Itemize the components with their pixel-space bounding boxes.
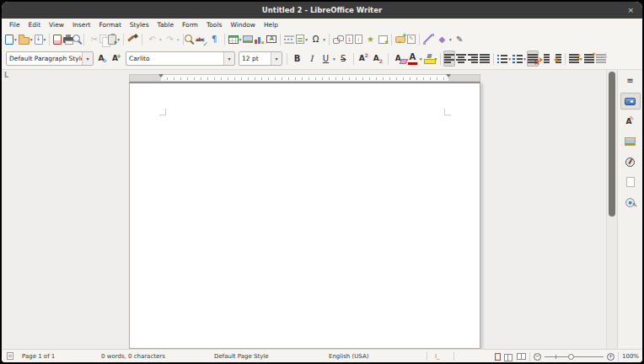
menu-format[interactable]: Format	[94, 19, 125, 30]
open-button[interactable]: ▾	[18, 31, 34, 47]
unordered-list-button[interactable]: ▾	[496, 51, 512, 67]
menu-window[interactable]: Window	[226, 19, 260, 30]
paste-button[interactable]: ▾	[107, 31, 121, 47]
zoom-out-button[interactable]: −	[534, 353, 541, 361]
document-save-status-icon[interactable]	[7, 352, 13, 360]
insert-bookmark-button[interactable]: ★	[363, 31, 378, 47]
title-bar[interactable]: Untitled 2 - LibreOffice Writer ×	[2, 2, 642, 19]
vertical-scrollbar[interactable]	[606, 70, 617, 349]
sidebar-properties[interactable]	[620, 93, 641, 110]
left-indent-marker[interactable]	[158, 74, 164, 78]
insert-footnote-button[interactable]: 1	[345, 31, 354, 47]
no-list-button[interactable]	[527, 51, 539, 67]
insert-special-character-dropdown-icon[interactable]: ▾	[323, 37, 325, 42]
show-draw-functions-button[interactable]: ✎	[453, 31, 467, 47]
font-name-dropdown-icon[interactable]: ▾	[223, 52, 234, 65]
subscript-button[interactable]: A2	[371, 51, 385, 67]
insert-comment-button[interactable]	[394, 31, 406, 47]
sidebar-styles[interactable]: A✎	[620, 113, 641, 130]
sidebar-page[interactable]	[620, 174, 641, 190]
line-spacing-button[interactable]: ▾	[568, 51, 583, 67]
ordered-list-button[interactable]: ▾	[512, 51, 527, 67]
insert-text-box-button[interactable]: A	[266, 31, 277, 47]
unordered-list-dropdown-icon[interactable]: ▾	[508, 56, 511, 62]
insert-field-button[interactable]: ▾	[295, 31, 309, 47]
document-page[interactable]	[129, 82, 480, 349]
menu-styles[interactable]: Styles	[126, 19, 153, 30]
increase-paragraph-spacing-button[interactable]	[583, 51, 595, 67]
clone-formatting-button[interactable]	[126, 31, 139, 47]
single-page-view-icon[interactable]	[495, 353, 501, 361]
strikethrough-button[interactable]: S	[336, 51, 351, 67]
paste-dropdown-icon[interactable]: ▾	[117, 37, 120, 42]
font-color-dropdown-icon[interactable]: ▾	[420, 56, 422, 62]
page-style-status[interactable]: Default Page Style	[214, 353, 269, 360]
increase-indent-button[interactable]	[539, 51, 550, 67]
save-button[interactable]: ▾	[34, 31, 47, 47]
book-view-icon[interactable]	[517, 353, 526, 360]
italic-button[interactable]: I	[304, 51, 319, 67]
open-dropdown-icon[interactable]: ▾	[30, 37, 33, 42]
decrease-indent-button[interactable]	[550, 51, 562, 67]
print-preview-button[interactable]	[74, 31, 81, 47]
export-pdf-button[interactable]	[52, 31, 62, 47]
font-size-dropdown-icon[interactable]: ▾	[271, 52, 282, 65]
insert-table-dropdown-icon[interactable]: ▾	[239, 37, 242, 42]
sidebar-menu[interactable]: ≡	[620, 72, 641, 89]
superscript-button[interactable]: A2	[357, 51, 371, 67]
tab-stop-selector[interactable]: L	[4, 72, 8, 79]
insert-line-button[interactable]	[422, 31, 435, 47]
formatting-marks-button[interactable]: ¶	[207, 31, 222, 47]
menu-view[interactable]: View	[45, 19, 68, 30]
zoom-in-button[interactable]: +	[607, 353, 614, 361]
insert-table-button[interactable]: ▾	[228, 31, 243, 47]
font-name-combobox[interactable]: Carlito▾	[126, 51, 235, 66]
insert-cross-reference-button[interactable]	[378, 31, 389, 47]
menu-insert[interactable]: Insert	[68, 19, 95, 30]
clear-formatting-button[interactable]: A	[391, 51, 405, 67]
word-count-status[interactable]: 0 words, 0 characters	[101, 353, 165, 360]
underline-button[interactable]: U▾	[319, 51, 336, 67]
new-style-button[interactable]: A+	[110, 51, 124, 67]
zoom-level-status[interactable]: 100%	[622, 353, 639, 360]
find-and-replace-button[interactable]	[186, 31, 193, 47]
menu-file[interactable]: File	[5, 19, 24, 30]
close-window-button[interactable]: ×	[627, 2, 634, 19]
spelling-button[interactable]: abc	[193, 31, 207, 47]
paragraph-style-dropdown-icon[interactable]: ▾	[82, 52, 93, 65]
insert-hyperlink-button[interactable]	[332, 31, 345, 47]
insert-field-dropdown-icon[interactable]: ▾	[305, 37, 308, 42]
menu-tools[interactable]: Tools	[202, 19, 226, 30]
align-left-button[interactable]	[443, 51, 455, 67]
page-number-status[interactable]: Page 1 of 1	[22, 353, 55, 360]
save-dropdown-icon[interactable]: ▾	[44, 37, 46, 42]
selection-mode-icon[interactable]: I_	[435, 353, 440, 360]
paragraph-style-combobox[interactable]: Default Paragraph Style▾	[6, 51, 94, 66]
insert-image-button[interactable]	[242, 31, 254, 47]
underline-dropdown-icon[interactable]: ▾	[333, 56, 335, 62]
basic-shapes-dropdown-icon[interactable]: ▾	[449, 37, 452, 42]
menu-form[interactable]: Form	[178, 19, 202, 30]
new-document-button[interactable]: ▾	[4, 31, 18, 47]
insert-endnote-button[interactable]: i	[354, 31, 363, 47]
align-center-button[interactable]	[455, 51, 467, 67]
menu-table[interactable]: Table	[153, 19, 178, 30]
undo-dropdown-icon[interactable]: ▾	[159, 37, 162, 42]
insert-page-break-button[interactable]	[283, 31, 295, 47]
redo-dropdown-icon[interactable]: ▾	[177, 37, 180, 42]
right-indent-marker[interactable]	[446, 74, 451, 78]
multiple-page-view-icon[interactable]	[504, 353, 513, 361]
zoom-slider[interactable]	[545, 353, 604, 361]
insert-special-character-button[interactable]: Ω▾	[309, 31, 326, 47]
align-justify-button[interactable]	[479, 51, 491, 67]
track-changes-button[interactable]: ✎	[406, 31, 416, 47]
update-style-button[interactable]: A↻	[95, 51, 110, 67]
sidebar-gallery[interactable]	[620, 133, 641, 150]
new-document-dropdown-icon[interactable]: ▾	[14, 37, 17, 42]
bold-button[interactable]: B	[290, 51, 304, 67]
font-size-combobox[interactable]: 12 pt▾	[239, 51, 282, 66]
menu-edit[interactable]: Edit	[24, 19, 46, 30]
font-color-button[interactable]: A▾	[405, 51, 423, 67]
ordered-list-dropdown-icon[interactable]: ▾	[523, 56, 526, 62]
horizontal-ruler[interactable]	[129, 74, 480, 82]
